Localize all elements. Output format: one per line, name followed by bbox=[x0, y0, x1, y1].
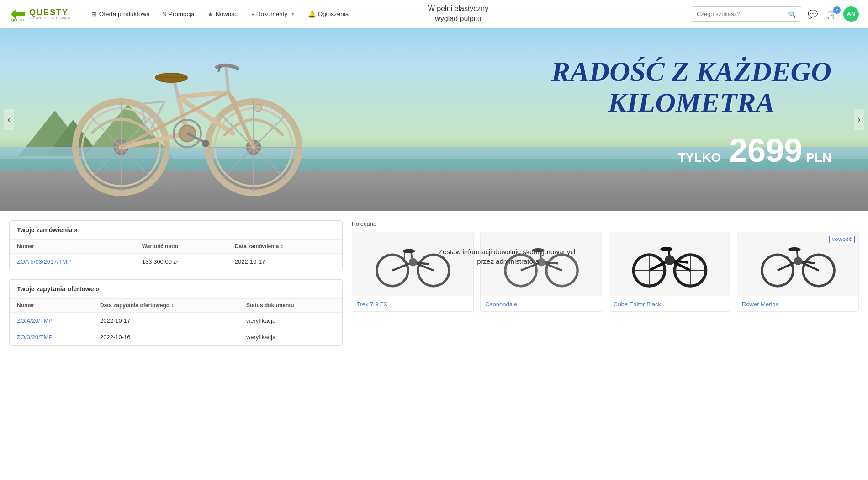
header: QUESTY QUESTY BUSINESS SOFTWARE ⊞ Oferta… bbox=[0, 0, 868, 28]
svg-point-59 bbox=[532, 248, 544, 252]
orders-section: Twoje zamówienia » Numer Wartość netto D… bbox=[9, 220, 343, 270]
nav-label-promocja: Promocja bbox=[169, 11, 195, 17]
quotes-header: Twoje zapytania ofertowe » bbox=[10, 280, 342, 299]
product-name-2: Cannondale bbox=[481, 296, 602, 311]
chevron-left-icon: ‹ bbox=[7, 114, 11, 125]
svg-point-33 bbox=[202, 140, 209, 147]
svg-line-22 bbox=[221, 147, 254, 180]
chevron-down-icon: ▼ bbox=[291, 11, 295, 16]
nav-item-dokumenty[interactable]: ▪ Dokumenty ▼ bbox=[246, 8, 301, 21]
quote-date-cell-2: 2022-10-16 bbox=[93, 329, 239, 346]
product-card-4[interactable]: NOWOŚĆ Rower Merida bbox=[737, 232, 859, 312]
svg-line-24 bbox=[121, 133, 187, 147]
hero-text-area: Radość z każdego kilometra TYLKO 2699 PL… bbox=[551, 56, 831, 169]
logo-icon: QUESTY bbox=[9, 5, 26, 23]
main-nav: ⊞ Oferta produktowa $ Promocja ★ Nowości… bbox=[86, 8, 691, 21]
svg-point-51 bbox=[409, 258, 417, 267]
product-name-4: Rower Merida bbox=[737, 296, 858, 311]
dollar-icon: $ bbox=[163, 11, 166, 18]
cart-badge: 2 bbox=[833, 6, 841, 14]
products-grid: Trek 7.9 FX bbox=[352, 232, 859, 312]
cart-button[interactable]: 🛒 2 bbox=[824, 7, 840, 21]
hero-price-amount: 2699 bbox=[729, 132, 802, 169]
hero-title: Radość z każdego kilometra bbox=[551, 56, 831, 118]
orders-col-date-label: Data zamówienia ↕ bbox=[235, 243, 283, 250]
main-content: Twoje zamówienia » Numer Wartość netto D… bbox=[0, 211, 868, 355]
quote-status-cell-2: weryfikacja bbox=[239, 329, 342, 346]
product-image-3 bbox=[609, 232, 730, 296]
user-avatar[interactable]: AN bbox=[843, 6, 859, 22]
nav-label-nowosci: Nowości bbox=[216, 11, 239, 17]
table-row: ZOA 5/03/2017/TMP 133 300,00 zł 2022-10-… bbox=[10, 254, 342, 270]
quote-number-link-1[interactable]: ZO/4/20/TMP bbox=[17, 317, 53, 324]
bike-image bbox=[55, 33, 320, 197]
hero-price: TYLKO 2699 PLN bbox=[551, 132, 831, 169]
quotes-title-link[interactable]: Twoje zapytania ofertowe » bbox=[17, 285, 99, 293]
nav-item-nowosci[interactable]: ★ Nowości bbox=[202, 8, 244, 21]
product-image-2 bbox=[481, 232, 602, 296]
nav-item-promocja[interactable]: $ Promocja bbox=[157, 8, 200, 21]
order-number-link[interactable]: ZOA 5/03/2017/TMP bbox=[17, 258, 71, 265]
logo-subtitle: BUSINESS SOFTWARE bbox=[29, 16, 72, 20]
bell-icon: 🔔 bbox=[308, 11, 316, 18]
table-row: ZO/3/20/TMP 2022-10-16 weryfikacja bbox=[10, 329, 342, 346]
product-card-3[interactable]: Cube Editor Black bbox=[609, 232, 730, 312]
svg-line-41 bbox=[142, 101, 164, 104]
chevron-right-icon: › bbox=[857, 114, 861, 125]
orders-table: Numer Wartość netto Data zamówienia ↕ ZO… bbox=[10, 240, 342, 270]
product-card-1[interactable]: Trek 7.9 FX bbox=[352, 232, 474, 312]
logo-brand: QUESTY bbox=[29, 8, 72, 16]
product-badge-4: NOWOŚĆ bbox=[829, 236, 855, 243]
hero-banner: Radość z każdego kilometra TYLKO 2699 PL… bbox=[0, 28, 868, 211]
hero-title-line2: kilometra bbox=[551, 87, 831, 118]
quotes-table: Numer Data zapytania ofertowego ↕ Status… bbox=[10, 299, 342, 345]
quotes-col-date: Data zapytania ofertowego ↕ bbox=[93, 299, 239, 313]
quotes-col-status: Status dokumentu bbox=[239, 299, 342, 313]
quote-status-cell-1: weryfikacja bbox=[239, 313, 342, 329]
svg-line-10 bbox=[121, 147, 153, 180]
grid-icon: ⊞ bbox=[91, 11, 97, 18]
search-button[interactable]: 🔍 bbox=[783, 6, 801, 22]
svg-text:QUESTY: QUESTY bbox=[11, 18, 25, 22]
orders-col-date: Data zamówienia ↕ bbox=[228, 240, 342, 254]
svg-point-84 bbox=[794, 257, 802, 265]
svg-line-52 bbox=[404, 252, 405, 262]
product-image-1 bbox=[352, 232, 473, 296]
quote-number-cell-2: ZO/3/20/TMP bbox=[10, 329, 93, 346]
orders-title-link[interactable]: Twoje zamówienia » bbox=[17, 226, 78, 234]
orders-header: Twoje zamówienia » bbox=[10, 221, 342, 240]
hero-title-line1: Radość z każdego bbox=[551, 56, 831, 87]
nav-label-ogloszenia: Ogłoszenia bbox=[318, 11, 349, 17]
logo[interactable]: QUESTY QUESTY BUSINESS SOFTWARE bbox=[9, 5, 72, 23]
svg-point-43 bbox=[254, 104, 262, 112]
quote-date-cell-1: 2022-10-17 bbox=[93, 313, 239, 329]
quotes-col-number: Numer bbox=[10, 299, 93, 313]
search-input[interactable] bbox=[691, 11, 783, 17]
recommended-label: Polecane bbox=[352, 220, 859, 227]
chat-icon: 💬 bbox=[808, 10, 818, 19]
nav-label-dokumenty: Dokumenty bbox=[256, 11, 287, 17]
nav-item-ogloszenia[interactable]: 🔔 Ogłoszenia bbox=[302, 8, 355, 21]
svg-line-11 bbox=[89, 147, 121, 180]
svg-line-21 bbox=[254, 147, 286, 180]
order-date-cell: 2022-10-17 bbox=[228, 254, 342, 270]
order-number-cell: ZOA 5/03/2017/TMP bbox=[10, 254, 135, 270]
svg-point-68 bbox=[665, 255, 675, 265]
hero-price-label: TYLKO bbox=[677, 150, 721, 165]
user-initials: AN bbox=[847, 11, 856, 17]
svg-point-60 bbox=[537, 258, 545, 267]
search-bar: 🔍 bbox=[691, 6, 801, 22]
product-card-2[interactable]: Cannondale bbox=[480, 232, 602, 312]
chat-button[interactable]: 💬 bbox=[805, 7, 820, 21]
hero-next-button[interactable]: › bbox=[854, 109, 864, 130]
order-value-cell: 133 300,00 zł bbox=[135, 254, 228, 270]
hero-price-currency: PLN bbox=[806, 150, 831, 165]
nav-label-oferta: Oferta produktowa bbox=[99, 11, 150, 17]
orders-col-number: Numer bbox=[10, 240, 135, 254]
nav-item-oferta[interactable]: ⊞ Oferta produktowa bbox=[86, 8, 155, 21]
svg-line-38 bbox=[226, 67, 228, 92]
header-right: 🔍 💬 🛒 2 AN bbox=[691, 6, 859, 22]
hero-prev-button[interactable]: ‹ bbox=[4, 109, 14, 130]
document-icon: ▪ bbox=[252, 11, 254, 18]
quote-number-link-2[interactable]: ZO/3/20/TMP bbox=[17, 334, 53, 341]
